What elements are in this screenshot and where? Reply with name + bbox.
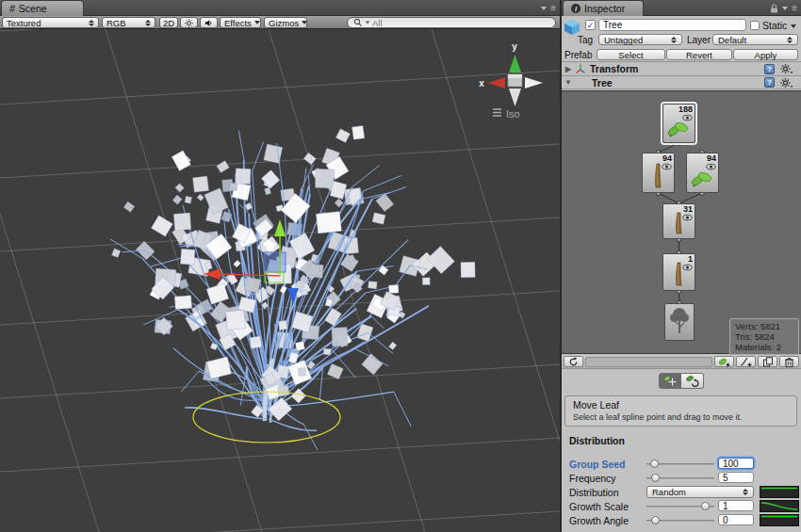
lighting-toggle-button[interactable] [180,17,198,28]
scene-tab-label: Scene [19,3,47,14]
delete-button[interactable] [779,356,799,367]
add-leaf-button[interactable] [714,356,734,367]
help-icon[interactable]: ? [764,77,775,88]
layer-label: Layer [687,35,711,45]
prefab-revert-label: Revert [686,50,712,60]
draw-mode-dropdown[interactable]: Textured [2,17,99,28]
gizmos-dropdown[interactable]: Gizmos [264,17,307,28]
distribution-curve-preview[interactable] [760,486,799,498]
growth-angle-value-field[interactable] [718,514,754,525]
group-seed-row: Group Seed [562,458,801,470]
slider-knob[interactable] [650,459,659,468]
scene-viewport-canvas[interactable]: yxIso [0,29,560,532]
growth-angle-label: Growth Angle [569,515,629,526]
node-editor-toolbar [562,355,801,369]
transform-header-label: Transform [590,63,638,74]
stepper-icon [743,489,748,495]
prefab-select-button[interactable]: Select [597,49,665,60]
static-checkbox[interactable] [750,21,760,30]
group-seed-slider[interactable] [646,459,714,469]
duplicate-icon [762,357,774,367]
group-seed-value-field[interactable] [718,458,754,469]
prefab-revert-button[interactable]: Revert [666,49,732,60]
layer-dropdown[interactable]: Default [712,34,798,45]
gear-icon[interactable] [780,63,793,74]
tag-dropdown[interactable]: Untagged [598,34,682,45]
tree-node-branch-lower[interactable]: 1 [662,253,695,291]
stepper-icon [145,20,151,26]
active-checkbox[interactable]: ✓ [585,20,596,30]
scene-viewport[interactable]: yxIso [0,29,560,532]
inspector-panel: i Inspector ≡ ✓ Static Tag [562,0,801,532]
distribution-dropdown[interactable]: Random [646,486,754,498]
audio-toggle-button[interactable] [200,17,218,28]
stepper-icon [89,20,94,26]
color-mode-dropdown[interactable]: RGB [102,17,155,28]
growth-angle-curve-preview[interactable] [760,514,799,526]
color-mode-label: RGB [106,18,126,28]
prefab-select-label: Select [618,50,643,60]
prefab-apply-button[interactable]: Apply [733,49,798,60]
tree-node-branch-mid[interactable]: 31 [662,203,695,239]
add-branch-button[interactable] [736,356,756,367]
effects-dropdown[interactable]: Effects [220,17,261,28]
duplicate-button[interactable] [758,356,777,367]
transform-component-header[interactable]: ▶ Transform ? [562,61,801,75]
move-leaf-tool-button[interactable] [659,373,681,389]
tree-node-root[interactable] [664,303,695,341]
gameobject-name-field[interactable] [598,19,746,31]
slider-knob[interactable] [651,474,660,482]
dropdown-arrow-icon [254,21,260,24]
node-count: 1 [688,254,693,264]
growth-scale-value-field[interactable] [718,500,754,511]
slider-knob[interactable] [651,516,660,524]
inspector-tab-label: Inspector [584,3,625,14]
refresh-button[interactable] [564,356,583,367]
lock-icon[interactable] [770,4,778,13]
toggle-2d-button[interactable]: 2D [159,17,178,28]
layer-value: Default [718,35,746,45]
growth-scale-slider[interactable] [646,501,714,511]
inspector-menu-icon[interactable]: ≡ [792,3,797,13]
panel-dropdown-icon[interactable] [541,7,547,10]
branch-node-icon [650,162,665,190]
stepper-icon [787,37,793,43]
tree-node-leaf-right[interactable]: 94 [686,153,719,193]
rotate-leaf-tool-button[interactable] [681,373,704,389]
tree-component-header[interactable]: ▼ Tree ? [562,75,801,89]
foldout-collapsed-icon[interactable]: ▶ [562,65,575,73]
tree-node-editor[interactable]: 188 94 [562,90,801,354]
help-icon[interactable]: ? [764,64,775,74]
frequency-value-field[interactable] [718,472,754,483]
static-dropdown-icon[interactable] [791,24,796,28]
tab-scene[interactable]: # Scene [1,0,84,16]
root-tree-icon [668,306,691,336]
speaker-icon [204,18,213,28]
tab-inspector[interactable]: i Inspector [563,0,644,16]
growth-scale-curve-preview[interactable] [760,500,799,512]
growth-angle-slider[interactable] [646,515,714,525]
panel-menu-icon[interactable]: ≡ [550,3,556,13]
checkmark-icon: ✓ [587,21,595,30]
tree-node-leaf-top[interactable]: 188 [662,104,695,143]
scene-search-input[interactable]: All [347,17,556,28]
group-seed-label: Group Seed [569,459,626,470]
growth-scale-row: Growth Scale [562,500,801,512]
distribution-row: Distribution Random [562,486,801,498]
gear-icon[interactable] [780,77,793,89]
draw-mode-label: Textured [7,18,41,28]
tree-node-branch-left[interactable]: 94 [642,153,675,193]
foldout-expanded-icon[interactable]: ▼ [562,78,575,87]
move-leaf-icon [662,375,678,387]
search-filter-arrow-icon[interactable] [366,21,370,24]
effects-label: Effects [224,18,252,28]
2d-label: 2D [163,18,174,28]
sun-icon [185,18,193,28]
iso-label: Iso [506,108,520,120]
slider-knob[interactable] [701,502,710,510]
inspector-dropdown-icon[interactable] [782,7,788,10]
branch-node-icon [671,261,686,288]
refresh-icon [568,357,579,367]
distribution-label: Distribution [569,487,619,498]
frequency-slider[interactable] [646,473,714,483]
